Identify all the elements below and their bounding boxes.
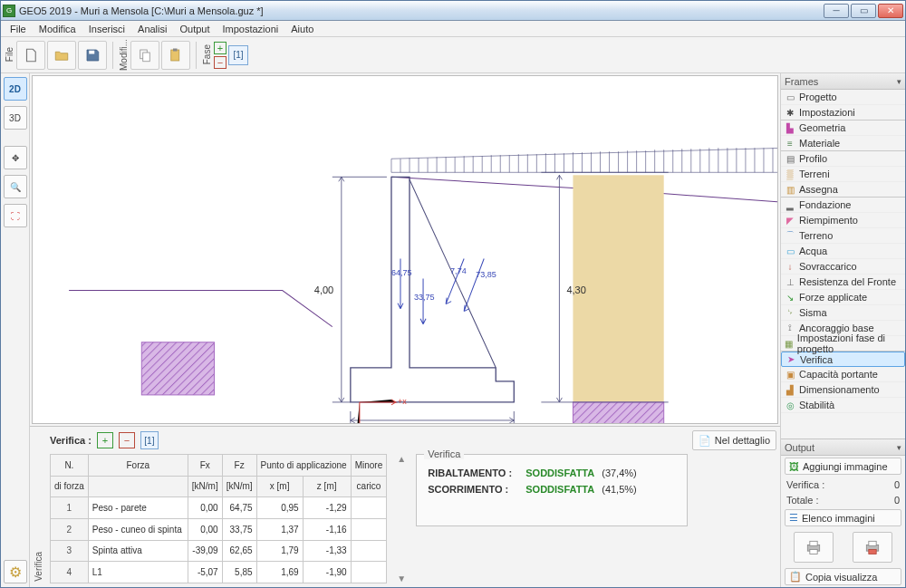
- frame-item-profilo[interactable]: ▤Profilo: [781, 151, 905, 167]
- menu-file[interactable]: File: [5, 23, 32, 35]
- minimize-button[interactable]: ─: [824, 4, 849, 18]
- frame-label: Verifica: [800, 354, 833, 365]
- table-row[interactable]: 3Spinta attiva-39,0962,651,79-1,33: [51, 540, 387, 562]
- paste-button[interactable]: [161, 41, 190, 70]
- frame-icon: ↓: [785, 261, 795, 272]
- menu-modifica[interactable]: Modifica: [34, 23, 82, 35]
- remove-phase-button[interactable]: −: [214, 56, 226, 69]
- menu-inserisci[interactable]: Inserisci: [83, 23, 130, 35]
- view-3d-button[interactable]: 3D: [4, 106, 27, 130]
- frame-label: Profilo: [799, 153, 827, 164]
- frame-label: Sovraccarico: [799, 261, 857, 272]
- save-file-button[interactable]: [78, 41, 107, 70]
- svg-rect-5: [573, 175, 663, 402]
- frame-icon: ◤: [785, 215, 795, 226]
- verify-phase-1-button[interactable]: [1]: [140, 431, 159, 449]
- frame-label: Materiale: [799, 138, 840, 149]
- frame-item-terreno[interactable]: ⌒Terreno: [781, 228, 905, 244]
- frame-item-fondazione[interactable]: ▂Fondazione: [781, 198, 905, 213]
- frame-item-geometria[interactable]: ▙Geometria: [781, 120, 905, 136]
- frame-icon: ⊥: [785, 276, 795, 287]
- frame-item-forze-applicate[interactable]: ↘Forze applicate: [781, 290, 905, 305]
- frame-item-acqua[interactable]: ▭Acqua: [781, 244, 905, 259]
- frame-icon: ▙: [785, 122, 795, 133]
- menu-output[interactable]: Output: [174, 23, 215, 35]
- dim-left-height: 4,00: [314, 284, 333, 295]
- new-file-button[interactable]: [16, 41, 45, 70]
- copy-view-button[interactable]: 📋Copia visualizza: [785, 568, 901, 585]
- menu-bar: File Modifica Inserisci Analisi Output I…: [1, 21, 905, 37]
- frame-icon: ≡: [785, 138, 795, 149]
- frame-icon: ▦: [785, 338, 794, 349]
- menu-analisi[interactable]: Analisi: [132, 23, 172, 35]
- detail-button[interactable]: 📄Nel dettaglio: [692, 430, 776, 450]
- frame-icon: ⟟: [785, 323, 795, 333]
- menu-impostazioni[interactable]: Impostazioni: [217, 23, 284, 35]
- view-2d-button[interactable]: 2D: [4, 77, 27, 101]
- frame-label: Progetto: [799, 92, 837, 102]
- svg-rect-2: [143, 53, 150, 62]
- view-toolbar: 2D 3D ✥ 🔍 ⛶ ⚙: [1, 73, 30, 587]
- dim-base-width: 2,50: [419, 422, 438, 423]
- frame-item-assegna[interactable]: ▥Assegna: [781, 182, 905, 198]
- frame-item-materiale[interactable]: ≡Materiale: [781, 136, 905, 151]
- frame-label: Capacità portante: [799, 369, 878, 380]
- frame-item-terreni[interactable]: ▒Terreni: [781, 167, 905, 182]
- frames-header[interactable]: Frames▾: [781, 73, 905, 90]
- print-button-2[interactable]: [853, 532, 892, 563]
- frame-item-sovraccarico[interactable]: ↓Sovraccarico: [781, 259, 905, 275]
- phase-1-button[interactable]: [1]: [228, 45, 248, 65]
- svg-rect-15: [869, 550, 876, 554]
- frame-icon: ➤: [786, 354, 796, 365]
- frame-item-riempimento[interactable]: ◤Riempimento: [781, 213, 905, 228]
- add-verify-button[interactable]: +: [97, 432, 113, 448]
- close-button[interactable]: ✕: [878, 4, 903, 18]
- modify-group-label: Modifi...: [119, 37, 129, 72]
- frame-item-impostazioni-fase-di-progetto[interactable]: ▦Impostazioni fase di progetto: [781, 336, 905, 352]
- copy-button[interactable]: [130, 41, 159, 70]
- table-row[interactable]: 4L1-5,075,851,69-1,90: [51, 562, 387, 583]
- svg-rect-8: [141, 342, 214, 395]
- table-scroll-up[interactable]: ▲: [397, 454, 406, 464]
- frame-icon: ▥: [785, 184, 795, 195]
- print-button-1[interactable]: [794, 532, 834, 563]
- table-row[interactable]: 1Peso - parete0,0064,750,95-1,29: [51, 497, 387, 519]
- svg-rect-11: [810, 541, 817, 545]
- drawing-canvas[interactable]: 4,00 4,30 2,50 64,75 33,75 7,74 73,85: [32, 75, 778, 424]
- settings-gear-button[interactable]: ⚙: [4, 560, 27, 583]
- table-scroll-down[interactable]: ▼: [397, 574, 406, 583]
- table-row[interactable]: 2Peso - cuneo di spinta0,0033,751,37-1,1…: [51, 518, 387, 540]
- frame-item-dimensionamento[interactable]: ▟Dimensionamento: [781, 382, 905, 398]
- output-header[interactable]: Output▾: [781, 439, 905, 456]
- add-phase-button[interactable]: +: [214, 42, 226, 54]
- frame-item-resistenza-del-fronte[interactable]: ⊥Resistenza del Fronte: [781, 275, 905, 290]
- frame-label: Acqua: [799, 246, 827, 256]
- remove-verify-button[interactable]: −: [119, 432, 135, 448]
- open-file-button[interactable]: [47, 41, 76, 70]
- frame-item-impostazioni[interactable]: ✱Impostazioni: [781, 105, 905, 120]
- frame-label: Forze applicate: [799, 292, 867, 303]
- zoom-button[interactable]: 🔍: [4, 175, 27, 198]
- frame-item-capacit-portante[interactable]: ▣Capacità portante: [781, 367, 905, 382]
- frame-icon: ▂: [785, 199, 795, 210]
- force-label-1: 64,75: [391, 268, 412, 277]
- frame-label: Riempimento: [799, 215, 858, 226]
- frame-item-stabilit-[interactable]: ◎Stabilità: [781, 398, 905, 413]
- frame-icon: ✱: [785, 107, 795, 118]
- maximize-button[interactable]: ▭: [851, 4, 876, 18]
- frame-label: Dimensionamento: [799, 384, 880, 395]
- frame-item-sisma[interactable]: ␊Sisma: [781, 305, 905, 321]
- svg-rect-3: [171, 50, 179, 61]
- fase-group-label: Fase: [202, 43, 212, 66]
- frame-item-progetto[interactable]: ▭Progetto: [781, 90, 905, 105]
- image-list-button[interactable]: ☰Elenco immagini: [785, 509, 901, 526]
- menu-aiuto[interactable]: Aiuto: [285, 23, 319, 35]
- fit-button[interactable]: ⛶: [4, 204, 27, 227]
- verify-results-panel: Verifica RIBALTAMENTO :SODDISFATTA(37,4%…: [416, 454, 688, 526]
- frame-label: Impostazioni: [799, 107, 855, 118]
- pan-button[interactable]: ✥: [4, 146, 27, 169]
- frame-icon: ▤: [785, 153, 795, 164]
- frame-label: Impostazioni fase di progetto: [797, 333, 901, 354]
- add-image-button[interactable]: 🖼Aggiungi immagine: [785, 458, 901, 475]
- frame-label: Sisma: [799, 307, 827, 318]
